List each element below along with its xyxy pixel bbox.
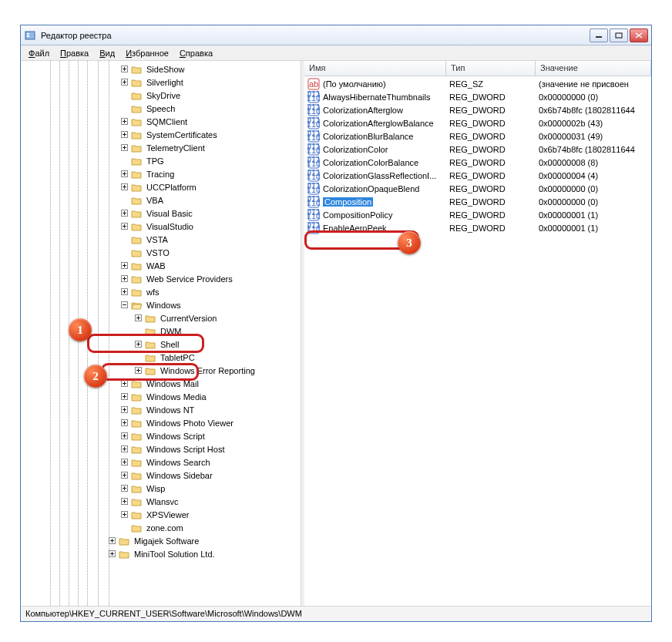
tree-item[interactable]: Windows Media [21,390,301,403]
tree-item[interactable]: XPSViewer [21,508,301,521]
tree-item[interactable]: Wlansvc [21,495,301,508]
tree-item[interactable]: Speech [21,102,301,115]
expand-toggle-icon[interactable] [119,78,129,87]
expand-toggle-icon[interactable] [119,261,129,271]
expand-toggle-icon[interactable] [133,314,143,323]
expand-toggle-icon[interactable] [119,222,129,231]
expand-toggle-icon[interactable] [119,301,129,310]
menu-вид[interactable]: Вид [95,47,119,59]
tree-item[interactable]: Visual Basic [21,207,301,220]
tree-item-label: Tracing [145,169,176,180]
expand-toggle-icon[interactable] [107,536,116,546]
expand-toggle-icon[interactable] [119,405,129,415]
tree-item[interactable]: SkyDrive [21,89,301,102]
tree-item[interactable]: VBA [21,193,301,207]
tree-item[interactable]: TabletPC [21,351,301,364]
value-type: REG_DWORD [449,132,539,141]
tree-item[interactable]: SQMClient [21,115,301,128]
tree-item[interactable]: Windows Mail [21,377,301,390]
value-row[interactable]: ColorizationOpaqueBlendREG_DWORD0x000000… [304,182,651,195]
menu-справка[interactable]: Справка [175,47,217,59]
tree-item[interactable]: Windows Sidebar [21,469,301,482]
value-row[interactable]: (По умолчанию)REG_SZ(значение не присвое… [304,77,651,90]
tree-item[interactable]: Windows NT [21,403,301,416]
expand-toggle-icon[interactable] [119,209,129,218]
tree-item[interactable]: Tracing [21,167,301,180]
expand-toggle-icon[interactable] [119,510,129,519]
column-type[interactable]: Тип [446,61,536,76]
tree-item[interactable]: DWM [21,324,301,338]
expand-toggle-icon[interactable] [119,445,129,454]
tree-item[interactable]: MiniTool Solution Ltd. [21,547,301,560]
tree-item[interactable]: UCCPlatform [21,180,301,193]
tree-item-label: WAB [145,260,167,271]
expand-toggle-icon[interactable] [107,550,116,559]
tree-pane[interactable]: SideShowSilverlightSkyDriveSpeechSQMClie… [21,61,301,606]
expand-toggle-icon[interactable] [119,170,129,179]
expand-toggle-icon[interactable] [119,274,129,284]
tree-item[interactable]: Windows Script [21,429,301,442]
expand-toggle-icon[interactable] [119,117,129,126]
list-header[interactable]: Имя Тип Значение [304,61,651,76]
menu-избранное[interactable]: Избранное [121,47,173,59]
tree-item[interactable]: Windows Error Reporting [21,364,301,377]
tree-item[interactable]: Web Service Providers [21,272,301,285]
tree-item[interactable]: Silverlight [21,76,301,89]
tree-item[interactable]: Wisp [21,482,301,495]
expand-toggle-icon[interactable] [119,65,129,74]
tree-item[interactable]: Windows Photo Viewer [21,416,301,429]
folder-icon [144,313,156,324]
value-row[interactable]: CompositionPolicyREG_DWORD0x00000001 (1) [304,208,651,221]
tree-item[interactable]: VSTO [21,246,301,259]
tree-item[interactable]: wfs [21,285,301,298]
folder-icon [130,418,143,429]
expand-toggle-icon[interactable] [119,432,129,441]
tree-item[interactable]: TelemetryClient [21,141,301,154]
expand-toggle-icon[interactable] [119,484,129,493]
expand-toggle-icon[interactable] [119,130,129,139]
tree-item[interactable]: WAB [21,259,301,272]
expand-toggle-icon[interactable] [133,340,143,349]
value-row[interactable]: EnableAeroPeekREG_DWORD0x00000001 (1) [304,221,651,234]
tree-item[interactable]: Shell [21,338,301,351]
svg-rect-1 [27,33,29,35]
value-row[interactable]: ColorizationBlurBalanceREG_DWORD0x000000… [304,129,651,143]
tree-item[interactable]: VSTA [21,233,301,246]
expand-toggle-icon[interactable] [119,287,129,297]
close-button[interactable] [630,29,648,42]
list-body[interactable]: (По умолчанию)REG_SZ(значение не присвое… [304,76,651,606]
menu-файл[interactable]: Файл [24,47,54,59]
value-row[interactable]: ColorizationGlassReflectionI...REG_DWORD… [304,169,651,182]
tree-item[interactable]: SystemCertificates [21,128,301,141]
expand-toggle-icon[interactable] [119,183,129,192]
minimize-button[interactable] [590,29,608,42]
tree-item-label: SkyDrive [145,90,182,101]
value-row[interactable]: ColorizationAfterglowREG_DWORD0x6b74b8fc… [304,103,651,116]
maximize-button[interactable] [610,29,628,42]
tree-item[interactable]: CurrentVersion [21,311,301,324]
column-value[interactable]: Значение [536,61,651,76]
expand-toggle-icon[interactable] [119,497,129,506]
expand-toggle-icon[interactable] [119,471,129,480]
tree-item[interactable]: VisualStudio [21,220,301,233]
expand-toggle-icon[interactable] [119,143,129,153]
tree-item[interactable]: Windows Script Host [21,442,301,455]
menu-правка[interactable]: Правка [55,47,93,59]
value-row[interactable]: AlwaysHibernateThumbnailsREG_DWORD0x0000… [304,90,651,103]
expand-toggle-icon[interactable] [119,458,129,467]
tree-item[interactable]: Windows [21,298,301,311]
expand-toggle-icon[interactable] [119,418,129,428]
expand-toggle-icon[interactable] [119,392,129,402]
expand-toggle-icon[interactable] [119,379,129,388]
tree-item[interactable]: SideShow [21,62,301,76]
value-row[interactable]: ColorizationAfterglowBalanceREG_DWORD0x0… [304,116,651,129]
value-row[interactable]: ColorizationColorREG_DWORD0x6b74b8fc (18… [304,143,651,156]
tree-item[interactable]: Windows Search [21,455,301,469]
column-name[interactable]: Имя [304,61,446,76]
tree-item[interactable]: TPG [21,154,301,167]
expand-toggle-icon[interactable] [133,366,143,375]
value-row[interactable]: CompositionREG_DWORD0x00000000 (0) [304,195,651,208]
tree-item[interactable]: Migajek Software [21,534,301,547]
tree-item[interactable]: zone.com [21,521,301,534]
value-row[interactable]: ColorizationColorBalanceREG_DWORD0x00000… [304,156,651,169]
